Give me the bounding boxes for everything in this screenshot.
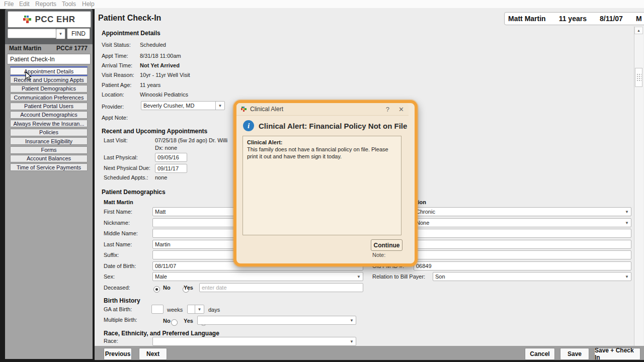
sidebar-item-forms[interactable]: Forms bbox=[10, 146, 88, 154]
first-name-label: First Name: bbox=[104, 209, 132, 215]
last-name-label: Last Name: bbox=[104, 241, 132, 247]
dialog-heading: Clinical Alert: Financial Policy Not on … bbox=[259, 122, 407, 130]
weeks-label: weeks bbox=[167, 307, 183, 313]
sidebar-item-always-review-insurance[interactable]: Always Review the Insuran... bbox=[10, 120, 88, 127]
scheduled-appts-label: Scheduled Appts.: bbox=[104, 174, 148, 180]
birth-history-heading: Birth History bbox=[104, 297, 140, 304]
multiple-birth-yes-label: Yes bbox=[184, 318, 193, 324]
chevron-down-icon: ▼ bbox=[195, 305, 204, 313]
sidebar-item-insurance-eligibility[interactable]: Insurance Eligibility bbox=[10, 137, 88, 145]
arrival-time-value: Not Yet Arrived bbox=[140, 62, 180, 68]
info-icon: i bbox=[243, 120, 254, 131]
find-button[interactable]: FIND bbox=[67, 28, 90, 39]
race-label: Race: bbox=[104, 338, 118, 344]
patient-bar-name: Matt Martin bbox=[508, 15, 546, 23]
chevron-down-icon: ▼ bbox=[215, 102, 224, 110]
patient-bar-dob: 8/11/07 bbox=[600, 15, 623, 23]
provider-value: Beverly Crusher, MD bbox=[143, 103, 194, 109]
scroll-up-arrow-icon[interactable]: ▲ bbox=[634, 27, 643, 34]
ga-at-birth-label: GA at Birth: bbox=[104, 306, 132, 312]
sidebar-item-appointment-details[interactable]: Appointment Details bbox=[10, 67, 88, 75]
scrollbar-thumb[interactable] bbox=[635, 68, 642, 87]
location-value: Winooski Pediatrics bbox=[140, 92, 188, 98]
visit-reason-label: Visit Reason: bbox=[102, 72, 134, 78]
sidebar-pcc-id: PCC# 1777 bbox=[56, 45, 88, 52]
next-physical-label: Next Physical Due: bbox=[104, 165, 150, 171]
right-field-2-select[interactable]: None ▼ bbox=[414, 218, 631, 227]
menu-help[interactable]: Help bbox=[82, 1, 95, 8]
dialog-message-text: This family does not have a financial po… bbox=[247, 146, 398, 160]
last-visit-label: Last Visit: bbox=[104, 137, 128, 143]
note-input[interactable] bbox=[414, 250, 631, 259]
patient-bar-sex: M bbox=[636, 15, 642, 23]
menu-tools[interactable]: Tools bbox=[62, 1, 76, 8]
deceased-no-label: No bbox=[163, 285, 171, 291]
relation-to-bill-payer-select[interactable]: Son ▼ bbox=[433, 272, 631, 281]
page-title: Patient Check-In bbox=[98, 14, 161, 23]
chevron-down-icon: ▼ bbox=[625, 221, 629, 225]
menu-edit[interactable]: Edit bbox=[19, 1, 30, 8]
next-physical-input[interactable] bbox=[155, 164, 187, 173]
chevron-down-icon: ▼ bbox=[59, 32, 63, 36]
provider-label: Provider: bbox=[102, 104, 124, 110]
sidebar-item-time-of-service-payments[interactable]: Time of Service Payments bbox=[10, 163, 88, 171]
patient-age-label: Patient Age: bbox=[102, 82, 131, 88]
right-field-3-input[interactable] bbox=[414, 229, 631, 238]
menu-reports[interactable]: Reports bbox=[35, 1, 56, 8]
sidebar-section-box[interactable]: Patient Check-In bbox=[7, 54, 91, 64]
app-window: File Edit Reports Tools Help Patient Che… bbox=[0, 0, 644, 362]
dialog-help-button[interactable]: ? bbox=[386, 106, 389, 113]
sidebar-nav: Appointment Details Recent and Upcoming … bbox=[10, 67, 88, 172]
chevron-down-icon: ▼ bbox=[625, 275, 629, 279]
right-field-1-select[interactable]: Chronic ▼ bbox=[414, 207, 631, 216]
next-button[interactable]: Next bbox=[139, 348, 167, 360]
pcc-ehr-logo: PCC EHR bbox=[8, 11, 91, 28]
ga-weeks-input[interactable] bbox=[151, 305, 164, 314]
race-select[interactable]: ▼ bbox=[152, 337, 356, 346]
dob-label: Date of Birth: bbox=[104, 263, 136, 269]
menu-file[interactable]: File bbox=[4, 1, 14, 8]
dialog-close-icon[interactable]: ✕ bbox=[398, 106, 404, 113]
recent-appts-heading: Recent and Upcoming Appointments bbox=[102, 128, 207, 135]
provider-select[interactable]: Beverly Crusher, MD ▼ bbox=[141, 101, 225, 110]
ga-days-select[interactable]: ▼ bbox=[187, 305, 204, 314]
last-visit-dx: Dx: none bbox=[155, 145, 177, 151]
appt-time-label: Appt Time: bbox=[102, 53, 128, 59]
sidebar-item-communication-preferences[interactable]: Communication Preferences bbox=[10, 94, 88, 101]
multiple-birth-select[interactable]: ▼ bbox=[197, 316, 356, 325]
last-physical-label: Last Physical: bbox=[104, 154, 138, 160]
sidebar-item-account-demographics[interactable]: Account Demographics bbox=[10, 111, 88, 119]
relation-value: Son bbox=[435, 274, 445, 280]
save-check-in-button[interactable]: Save + Check In bbox=[594, 348, 640, 360]
continue-button[interactable]: Continue bbox=[371, 239, 403, 251]
sidebar-item-patient-demographics[interactable]: Patient Demographics bbox=[10, 85, 88, 93]
nickname-label: Nickname: bbox=[104, 220, 130, 226]
chevron-down-icon: ▼ bbox=[350, 318, 354, 323]
appointment-details-heading: Appointment Details bbox=[102, 30, 160, 37]
search-input[interactable] bbox=[8, 29, 56, 38]
dialog-title: Clinical Alert bbox=[250, 106, 377, 113]
multiple-birth-label: Multiple Birth: bbox=[104, 317, 137, 323]
sidebar-item-patient-portal-users[interactable]: Patient Portal Users bbox=[10, 103, 88, 110]
sex-select[interactable]: Male ▼ bbox=[152, 272, 363, 281]
last-physical-input[interactable] bbox=[155, 153, 187, 162]
deceased-yes-label: Yes bbox=[184, 285, 193, 291]
scrollbar-grip-icon bbox=[636, 73, 641, 81]
chevron-down-icon: ▼ bbox=[350, 339, 354, 344]
old-pm-id-input[interactable] bbox=[414, 261, 631, 270]
patient-bar-age: 11 years bbox=[559, 15, 587, 23]
save-button[interactable]: Save bbox=[560, 348, 589, 360]
search-dropdown-arrow[interactable]: ▼ bbox=[56, 29, 65, 39]
sidebar-item-account-balances[interactable]: Account Balances bbox=[10, 155, 88, 162]
patient-age-value: 11 years bbox=[140, 82, 160, 88]
sex-label: Sex: bbox=[104, 274, 115, 280]
cancel-button[interactable]: Cancel bbox=[525, 348, 555, 360]
dialog-title-bar[interactable]: Clinical Alert ? ✕ bbox=[236, 103, 409, 116]
sidebar-item-policies[interactable]: Policies bbox=[10, 129, 88, 136]
sidebar-item-recent-upcoming-appts[interactable]: Recent and Upcoming Appts bbox=[10, 76, 88, 83]
dialog-message-title: Clinical Alert: bbox=[247, 139, 397, 145]
right-field-4-input[interactable] bbox=[414, 240, 631, 249]
deceased-date-input[interactable] bbox=[199, 283, 363, 292]
middle-name-label: Middle Name: bbox=[104, 230, 138, 236]
previous-button[interactable]: Previous bbox=[104, 348, 132, 360]
